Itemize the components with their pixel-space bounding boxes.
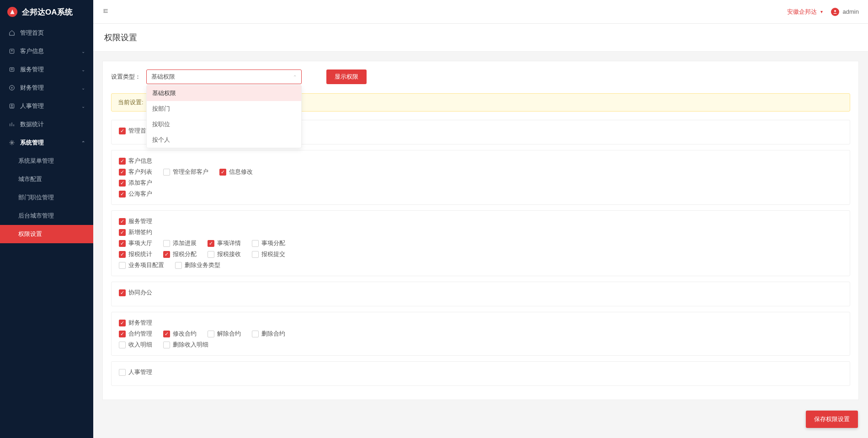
sidebar-item-3[interactable]: 财务管理 ⌄ xyxy=(0,79,93,97)
checkbox-label: 解除合约 xyxy=(217,330,241,338)
checkbox-group-4[interactable]: 财务管理 xyxy=(119,319,152,327)
avatar-icon[interactable] xyxy=(831,8,839,16)
checkbox-box-icon xyxy=(208,240,214,247)
sidebar-collapse-icon[interactable] xyxy=(102,8,109,16)
save-permissions-button[interactable]: 保存权限设置 xyxy=(806,411,858,428)
select-value: 基础权限 xyxy=(151,73,175,81)
sidebar-item-label: 系统管理 xyxy=(20,139,44,147)
checkbox-g2-r2-c1[interactable]: 报税分配 xyxy=(163,250,197,258)
checkbox-group-3[interactable]: 协同办公 xyxy=(119,288,152,297)
sidebar-item-5[interactable]: 数据统计 xyxy=(0,115,93,134)
checkbox-group-2[interactable]: 服务管理 xyxy=(119,217,152,225)
checkbox-label: 修改合约 xyxy=(173,330,197,338)
checkbox-g2-r1-c3[interactable]: 事项分配 xyxy=(252,239,285,247)
perm-group-4: 财务管理合约管理修改合约解除合约删除合约收入明细删除收入明细 xyxy=(111,312,850,356)
checkbox-g2-r3-c1[interactable]: 删除业务类型 xyxy=(175,261,220,269)
checkbox-g1-r2-c0[interactable]: 公海客户 xyxy=(119,190,152,198)
sidebar-item-label: 数据统计 xyxy=(20,120,44,128)
sidebar-item-0[interactable]: 管理首页 xyxy=(0,24,93,42)
checkbox-g4-r1-c1[interactable]: 删除收入明细 xyxy=(163,341,208,349)
checkbox-box-icon xyxy=(163,331,170,337)
checkbox-label: 新增签约 xyxy=(128,228,152,236)
checkbox-g4-r0-c0[interactable]: 合约管理 xyxy=(119,330,152,338)
checkbox-box-icon xyxy=(163,342,170,348)
chevron-down-icon[interactable]: ▾ xyxy=(820,9,823,14)
perm-group-3: 协同办公 xyxy=(111,282,850,306)
submenu-item-3[interactable]: 后台城市管理 xyxy=(0,207,93,225)
checkbox-g4-r0-c1[interactable]: 修改合约 xyxy=(163,330,197,338)
submenu-item-0[interactable]: 系统菜单管理 xyxy=(0,152,93,170)
checkbox-g2-r2-c3[interactable]: 报税提交 xyxy=(252,250,285,258)
chevron-down-icon: ⌄ xyxy=(81,67,85,72)
page-title: 权限设置 xyxy=(93,24,868,52)
checkbox-group-5[interactable]: 人事管理 xyxy=(119,368,152,376)
checkbox-group-1[interactable]: 客户信息 xyxy=(119,157,152,165)
perm-group-head: 财务管理 xyxy=(119,319,842,327)
app-logo: 企邦达OA系统 xyxy=(0,0,93,24)
dropdown-option-2[interactable]: 按职位 xyxy=(147,117,301,132)
checkbox-box-icon xyxy=(208,331,214,337)
dropdown-option-3[interactable]: 按个人 xyxy=(147,132,301,148)
checkbox-g4-r1-c0[interactable]: 收入明细 xyxy=(119,341,152,349)
checkbox-label: 客户信息 xyxy=(128,157,152,165)
sidebar-item-1[interactable]: 客户信息 ⌄ xyxy=(0,42,93,60)
checkbox-label: 收入明细 xyxy=(128,341,152,349)
app-title: 企邦达OA系统 xyxy=(22,7,73,17)
checkbox-g2-r1-c2[interactable]: 事项详情 xyxy=(208,239,241,247)
org-selector[interactable]: 安徽企邦达 xyxy=(787,8,817,16)
checkbox-g1-r1-c0[interactable]: 添加客户 xyxy=(119,179,152,187)
checkbox-label: 删除业务类型 xyxy=(185,261,220,269)
checkbox-label: 财务管理 xyxy=(128,319,152,327)
sidebar-item-4[interactable]: 人事管理 ⌄ xyxy=(0,97,93,115)
checkbox-g4-r0-c3[interactable]: 删除合约 xyxy=(252,330,285,338)
svg-point-6 xyxy=(11,142,13,144)
checkbox-label: 删除收入明细 xyxy=(173,341,208,349)
checkbox-label: 业务项目配置 xyxy=(128,261,164,269)
dropdown-option-1[interactable]: 按部门 xyxy=(147,101,301,117)
checkbox-g4-r0-c2[interactable]: 解除合约 xyxy=(208,330,241,338)
address-icon xyxy=(8,48,16,55)
checkbox-label: 事项详情 xyxy=(217,239,241,247)
checkbox-g1-r0-c1[interactable]: 管理全部客户 xyxy=(163,168,208,176)
perm-group-head: 客户信息 xyxy=(119,157,842,165)
checkbox-g2-r0-c0[interactable]: 新增签约 xyxy=(119,228,152,236)
checkbox-label: 服务管理 xyxy=(128,217,152,225)
submenu-item-4[interactable]: 权限设置 xyxy=(0,225,93,243)
checkbox-box-icon xyxy=(219,169,226,176)
checkbox-g1-r0-c2[interactable]: 信息修改 xyxy=(219,168,253,176)
stats-icon xyxy=(8,121,16,128)
perm-group-head: 协同办公 xyxy=(119,288,842,297)
checkbox-box-icon xyxy=(119,128,126,134)
perm-group-1: 客户信息客户列表管理全部客户信息修改添加客户公海客户 xyxy=(111,150,850,205)
show-permissions-button[interactable]: 显示权限 xyxy=(326,69,367,84)
checkbox-g2-r3-c0[interactable]: 业务项目配置 xyxy=(119,261,164,269)
svg-point-7 xyxy=(834,10,836,12)
chevron-up-icon: ⌃ xyxy=(293,75,297,80)
setting-type-dropdown: 基础权限按部门按职位按个人 xyxy=(146,85,302,148)
checkbox-label: 客户列表 xyxy=(128,168,152,176)
checkbox-label: 协同办公 xyxy=(128,288,152,297)
user-name[interactable]: admin xyxy=(843,8,859,15)
checkbox-label: 信息修改 xyxy=(229,168,253,176)
checkbox-g2-r1-c0[interactable]: 事项大厅 xyxy=(119,239,152,247)
sidebar-item-2[interactable]: 服务管理 ⌄ xyxy=(0,60,93,79)
setting-type-select[interactable]: 基础权限 ⌃ xyxy=(146,69,302,84)
checkbox-box-icon xyxy=(119,158,126,165)
perm-row: 报税统计报税分配报税接收报税提交 xyxy=(119,250,842,258)
main-area: 安徽企邦达 ▾ admin 权限设置 设置类型： 基础权限 ⌃ xyxy=(93,0,868,438)
checkbox-box-icon xyxy=(175,262,182,269)
money-icon xyxy=(8,84,16,91)
sidebar-item-6[interactable]: 系统管理 ⌃ xyxy=(0,134,93,152)
chevron-up-icon: ⌃ xyxy=(81,140,85,145)
checkbox-g2-r1-c1[interactable]: 添加进展 xyxy=(163,239,197,247)
checkbox-g2-r2-c0[interactable]: 报税统计 xyxy=(119,250,152,258)
checkbox-label: 报税分配 xyxy=(173,250,197,258)
checkbox-g2-r2-c2[interactable]: 报税接收 xyxy=(208,250,241,258)
submenu-item-1[interactable]: 城市配置 xyxy=(0,170,93,188)
dropdown-option-0[interactable]: 基础权限 xyxy=(147,85,301,101)
sidebar-item-label: 客户信息 xyxy=(20,47,44,55)
gear-icon xyxy=(8,139,16,146)
checkbox-g1-r0-c0[interactable]: 客户列表 xyxy=(119,168,152,176)
submenu-item-2[interactable]: 部门职位管理 xyxy=(0,188,93,207)
content-scroll[interactable]: 设置类型： 基础权限 ⌃ 基础权限按部门按职位按个人 显示权限 当前设置: 管理… xyxy=(93,52,868,438)
